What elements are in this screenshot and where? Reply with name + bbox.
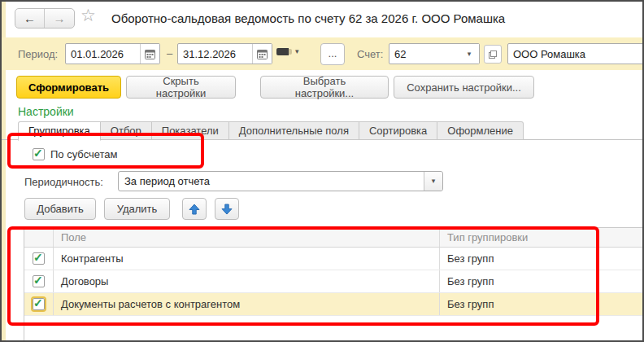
chevron-down-icon[interactable]: ▾ — [459, 44, 479, 64]
open-account-icon[interactable] — [484, 45, 502, 64]
table-row[interactable]: Контрагенты Без групп — [24, 248, 642, 270]
periodicity-label: Периодичность: — [24, 176, 103, 188]
header-type-column: Тип группировки — [440, 231, 642, 243]
account-label: Счет: — [357, 48, 383, 60]
grouping-table-header: Поле Тип группировки — [24, 228, 642, 248]
account-value[interactable]: 62 — [389, 48, 459, 60]
settings-tabs: Группировка Отбор Показатели Дополнитель… — [18, 121, 524, 141]
period-variant-button[interactable]: ▾ — [276, 48, 299, 55]
tab-appearance[interactable]: Оформление — [437, 121, 524, 140]
chevron-down-icon: ▾ — [295, 48, 299, 55]
row-type-value: Без групп — [440, 275, 642, 287]
table-row[interactable]: Договоры Без групп — [24, 270, 642, 293]
period-range-dash: – — [167, 47, 172, 59]
generate-button[interactable]: Сформировать — [16, 76, 121, 99]
by-subaccounts-option: По субсчетам — [33, 148, 118, 160]
by-subaccounts-label: По субсчетам — [50, 148, 118, 160]
arrow-down-icon — [221, 204, 233, 215]
hide-settings-button[interactable]: Скрыть настройки — [126, 76, 236, 99]
row-type-value: Без групп — [440, 252, 642, 265]
row-field-value: Документы расчетов с контрагентом — [54, 293, 440, 315]
filter-bar: Период: 01.01.2026 – 31.12.2026 — [2, 37, 642, 70]
move-up-button[interactable] — [182, 198, 207, 220]
tab-filter[interactable]: Отбор — [101, 121, 152, 140]
tab-additional-fields[interactable]: Дополнительные поля — [229, 121, 359, 140]
calendar-icon[interactable] — [252, 44, 272, 64]
period-from-field[interactable]: 01.01.2026 — [65, 43, 160, 64]
back-arrow-icon: ← — [24, 11, 36, 25]
back-button[interactable]: ← — [15, 9, 45, 28]
delete-button[interactable]: Удалить — [104, 198, 170, 220]
tab-grouping[interactable]: Группировка — [18, 121, 101, 141]
add-button[interactable]: Добавить — [24, 198, 96, 220]
row-checkbox[interactable] — [33, 275, 45, 287]
forward-arrow-icon: → — [54, 11, 66, 25]
report-window: ← → ☆ Оборотно-сальдовая ведомость по сч… — [0, 0, 644, 342]
periodicity-value: За период отчета — [119, 175, 424, 187]
organization-field[interactable]: ООО Ромашка — [507, 43, 644, 64]
save-settings-button[interactable]: Сохранить настройки... — [394, 76, 534, 99]
grouping-table: Поле Тип группировки Контрагенты Без гру… — [24, 227, 642, 342]
choose-settings-button[interactable]: Выбрать настройки... — [260, 76, 389, 99]
row-checkbox[interactable] — [33, 298, 45, 310]
table-row-selected[interactable]: Документы расчетов с контрагентом Без гр… — [24, 293, 642, 316]
by-subaccounts-checkbox[interactable] — [33, 148, 45, 160]
row-type-value: Без групп — [440, 298, 642, 310]
page-title: Оборотно-сальдовая ведомость по счету 62… — [111, 11, 505, 25]
move-down-button[interactable] — [215, 198, 239, 220]
header-field-column: Поле — [54, 228, 440, 247]
account-field[interactable]: 62 ▾ — [389, 43, 480, 64]
period-from-value[interactable]: 01.01.2026 — [66, 48, 140, 60]
tab-indicators[interactable]: Показатели — [152, 121, 229, 140]
favorite-star-icon[interactable]: ☆ — [80, 7, 96, 24]
period-interval-icon — [276, 48, 292, 55]
settings-section-title: Настройки — [18, 105, 74, 118]
period-to-value[interactable]: 31.12.2026 — [178, 48, 252, 60]
row-field-value: Контрагенты — [54, 248, 440, 270]
tab-sorting[interactable]: Сортировка — [359, 121, 437, 140]
forward-button[interactable]: → — [45, 9, 74, 28]
calendar-icon[interactable] — [140, 44, 159, 64]
header-checkbox-column — [24, 228, 54, 247]
period-more-button[interactable]: ... — [320, 43, 345, 65]
period-to-field[interactable]: 31.12.2026 — [177, 43, 272, 64]
chevron-down-icon[interactable]: ▾ — [424, 172, 442, 191]
period-label: Период: — [18, 48, 58, 60]
arrow-up-icon — [189, 204, 200, 215]
nav-button-group: ← → — [15, 8, 75, 28]
periodicity-select[interactable]: За период отчета ▾ — [118, 171, 443, 191]
row-checkbox[interactable] — [33, 252, 45, 265]
row-field-value: Договоры — [54, 270, 440, 292]
organization-value: ООО Ромашка — [508, 48, 643, 60]
